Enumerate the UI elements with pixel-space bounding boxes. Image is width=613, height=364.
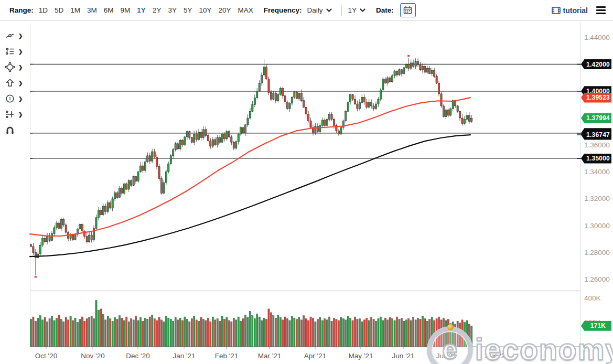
tutorial-link[interactable]: tutorial [552, 6, 588, 15]
y-axis-label: 1.28000 [584, 249, 610, 256]
range-option-6m[interactable]: 6M [104, 6, 114, 14]
sidebar-measure-tool[interactable]: ❯ [0, 106, 29, 122]
x-axis-month-label: May '21 [349, 352, 373, 360]
volume-bars [30, 301, 472, 347]
volume-axis-label: 200K [584, 318, 601, 326]
price-chart[interactable]: Oct '20Nov '20Dec '20Jan '21Feb '21Mar '… [0, 0, 613, 364]
arrows-icon [4, 77, 16, 89]
toolbar-divider [341, 5, 342, 16]
x-axis-month-label: Jun '21 [392, 352, 414, 360]
submenu-chevron-icon: ❯ [18, 112, 23, 117]
measure-icon [4, 109, 16, 120]
y-axis-label: 1.32000 [584, 195, 610, 202]
x-axis-month-label: Mar '21 [258, 352, 282, 360]
range-option-5d[interactable]: 5D [55, 6, 63, 14]
watermark: e ieconomy.io [427, 326, 613, 364]
range-option-1m[interactable]: 1M [70, 6, 80, 14]
x-axis-month-label: Feb '21 [215, 352, 239, 360]
hamburger-menu-icon[interactable] [595, 5, 607, 15]
sidebar-shapes-tool[interactable]: ❯ [0, 59, 29, 75]
x-axis-month-label: Jan '21 [173, 352, 195, 360]
shapes-icon [4, 61, 16, 73]
x-axis-month-label: Dec '20 [126, 352, 149, 360]
secondary-range-value: 1Y [348, 6, 357, 14]
secondary-range-dropdown[interactable]: 1Y [348, 6, 366, 14]
calendar-icon [403, 6, 412, 15]
chevron-down-icon [326, 8, 332, 13]
range-option-10y[interactable]: 10Y [199, 6, 211, 14]
sidebar-magnet-tool[interactable] [0, 122, 29, 138]
range-option-3y[interactable]: 3Y [168, 6, 177, 14]
ma-slow-line [30, 135, 470, 256]
sidebar-trendline-tool[interactable]: ❯ [0, 28, 29, 44]
extreme-marker [34, 276, 37, 278]
volume-axis-label: 400K [584, 294, 601, 302]
range-label: Range: [9, 6, 34, 14]
submenu-chevron-icon: ❯ [18, 49, 23, 55]
frequency-dropdown[interactable]: Daily [307, 6, 332, 14]
y-axis-label: 1.26000 [584, 275, 610, 283]
range-option-1d[interactable]: 1D [39, 6, 48, 14]
range-option-9m[interactable]: 9M [121, 6, 131, 14]
annotations-icon: 1 [4, 93, 16, 104]
submenu-chevron-icon: ❯ [18, 96, 23, 102]
extreme-marker [407, 55, 410, 57]
frequency-value: Daily [307, 6, 323, 14]
trendline-icon [4, 30, 16, 41]
calendar-button[interactable] [400, 3, 416, 17]
x-axis-month-label: Apr '21 [304, 352, 326, 360]
y-axis-label: 1.44000 [584, 34, 610, 41]
indicators-icon [4, 46, 16, 57]
chevron-down-icon [360, 8, 365, 13]
submenu-chevron-icon: ❯ [18, 80, 23, 86]
x-axis-month-label: Oct '20 [35, 352, 57, 360]
magnet-icon [4, 124, 16, 136]
range-options: 1D5D1M3M6M9M1Y2Y3Y5Y10Y20YMAX [39, 6, 253, 14]
range-option-1y[interactable]: 1Y [137, 6, 146, 14]
range-option-max[interactable]: MAX [238, 6, 253, 14]
submenu-chevron-icon: ❯ [18, 33, 23, 39]
film-icon [552, 7, 561, 14]
ieconomy-logo-icon: e [427, 326, 473, 364]
y-axis-label: 1.30000 [584, 222, 610, 230]
sidebar-arrows-tool[interactable]: ❯ [0, 75, 29, 91]
drawing-toolbar: ❯❯❯❯1❯❯ [0, 22, 29, 364]
candles [30, 58, 472, 275]
toolbar: Range: 1D5D1M3M6M9M1Y2Y3Y5Y10Y20YMAX Fre… [0, 0, 613, 21]
y-axis-label: 1.36000 [584, 141, 610, 149]
date-label: Date: [376, 6, 394, 14]
submenu-chevron-icon: ❯ [18, 65, 23, 70]
logo-letter: e [427, 326, 473, 364]
range-option-20y[interactable]: 20Y [218, 6, 231, 14]
range-option-2y[interactable]: 2Y [153, 6, 162, 14]
svg-text:1: 1 [8, 95, 11, 101]
tutorial-label: tutorial [563, 6, 588, 15]
sidebar-indicators-tool[interactable]: ❯ [0, 44, 29, 59]
x-axis-month-label: Nov '20 [81, 352, 104, 360]
frequency-label: Frequency: [264, 6, 302, 14]
watermark-text: ieconomy.io [475, 332, 613, 364]
y-axis-label: 1.34000 [584, 168, 610, 176]
sidebar-annotations-tool[interactable]: 1❯ [0, 91, 29, 106]
range-option-3m[interactable]: 3M [87, 6, 97, 14]
range-option-5y[interactable]: 5Y [184, 6, 192, 14]
